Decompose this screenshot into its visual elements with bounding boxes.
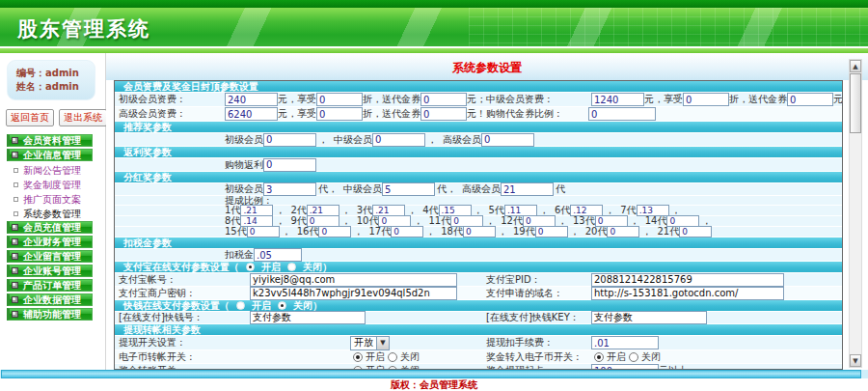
- alipay-key-input[interactable]: [250, 287, 457, 300]
- radio-label: 开启: [366, 350, 385, 364]
- vertical-scrollbar-thumb[interactable]: [850, 73, 861, 133]
- alipay-off-radio[interactable]: [287, 263, 296, 271]
- sidebar-submenu-item-promo[interactable]: 推广页面文案: [0, 192, 105, 207]
- submenu-bullet-icon: [14, 197, 18, 202]
- home-button[interactable]: 返回首页: [6, 109, 54, 126]
- user-name-label: 姓名：: [16, 81, 45, 92]
- bonus-level-input[interactable]: [382, 182, 435, 196]
- kuaiqian-key-input[interactable]: [591, 311, 707, 324]
- user-id-value: admin: [45, 68, 79, 78]
- alipay-on-radio[interactable]: [246, 263, 255, 271]
- sidebar-menu-label: 辅助功能管理: [23, 308, 81, 321]
- field-text: 代，: [437, 182, 456, 196]
- sidebar-menu-item[interactable]: 产品订单管理: [7, 279, 93, 292]
- junior-fee-input[interactable]: [225, 93, 278, 106]
- bonus-level-input[interactable]: [501, 182, 554, 196]
- bonus-to-ecoin-off-radio[interactable]: [629, 352, 638, 362]
- junior-discount-input[interactable]: [316, 93, 363, 106]
- field-label: 购物返利: [225, 158, 263, 172]
- sidebar-menu-item[interactable]: 会员充值管理: [7, 221, 93, 234]
- sidebar-menu-item[interactable]: 企业数据管理: [7, 293, 93, 306]
- field-label: 支付宝帐号：: [119, 273, 250, 287]
- form-row-withdraw2: 电子币转帐开关： 开启 关闭 奖金转入电子币开关： 开启 关闭: [115, 350, 842, 364]
- generation-ratio-input[interactable]: [318, 226, 351, 237]
- kuaiqian-off-radio[interactable]: [278, 301, 286, 310]
- field-text: ，: [641, 225, 651, 238]
- generation-ratio-input[interactable]: [607, 226, 639, 237]
- generation-ratio-input[interactable]: [391, 226, 423, 237]
- menu-cube-icon: [12, 282, 18, 289]
- section-header-alipay: 支付宝在线支付参数设置（ 开启 关闭）: [115, 262, 842, 273]
- withdraw-fee-input[interactable]: [591, 336, 659, 349]
- sidebar-menu-item[interactable]: 企业财务管理: [7, 236, 93, 248]
- senior-discount-input[interactable]: [316, 107, 363, 121]
- alipay-pid-input[interactable]: [591, 273, 784, 287]
- submenu-label: 系统参数管理: [23, 208, 81, 221]
- radio-label: 关闭）: [303, 261, 332, 274]
- field-text: 元，享受: [644, 93, 683, 106]
- recommend-award-input[interactable]: [263, 133, 316, 147]
- field-text: ，: [498, 225, 507, 238]
- senior-fee-input[interactable]: [225, 107, 278, 121]
- kuaiqian-on-radio[interactable]: [236, 301, 245, 310]
- radio-label: 开启: [261, 261, 281, 274]
- sidebar-menu-item[interactable]: 企业信息管理: [7, 149, 93, 161]
- scroll-down-icon[interactable]: ▼: [850, 354, 861, 367]
- voucher-ratio-input[interactable]: [588, 107, 656, 121]
- field-label: 支付宝商户密钥：: [119, 287, 250, 300]
- recommend-award-input[interactable]: [481, 133, 534, 147]
- mid-fee-input[interactable]: [591, 93, 644, 106]
- horizontal-scrollbar-thumb[interactable]: [1, 370, 861, 378]
- sidebar: 编号：admin 姓名：admin 返回首页 退出系统 会员资料管理 企业信息管…: [0, 53, 106, 370]
- bonus-to-ecoin-on-radio[interactable]: [594, 352, 604, 362]
- generation-ratio-input[interactable]: [463, 226, 496, 237]
- exit-button[interactable]: 退出系统: [59, 109, 107, 126]
- mid-voucher-input[interactable]: [787, 93, 833, 106]
- radio-label: 关闭: [400, 350, 420, 364]
- menu-cube-icon: [12, 238, 18, 245]
- sidebar-menu-label: 企业财务管理: [23, 236, 81, 249]
- mid-discount-input[interactable]: [683, 93, 729, 106]
- kuaiqian-account-input[interactable]: [250, 311, 366, 324]
- horizontal-scrollbar[interactable]: [0, 370, 868, 378]
- field-text: 元，享受: [278, 93, 316, 106]
- field-label: 高级会员资费：: [119, 107, 225, 121]
- sidebar-menu-item[interactable]: 企业账号管理: [7, 265, 93, 277]
- field-text: 代: [556, 182, 565, 196]
- sidebar-submenu-item-sysparams[interactable]: 系统参数管理: [0, 207, 105, 221]
- form-row-rebate: 购物返利: [115, 158, 842, 172]
- submenu-label: 奖金制度管理: [23, 179, 81, 192]
- senior-voucher-input[interactable]: [420, 107, 467, 121]
- sidebar-menu-item[interactable]: 会员资料管理: [7, 134, 93, 147]
- field-label: 提现开关设置：: [119, 336, 350, 349]
- menu-cube-icon: [12, 267, 18, 274]
- vertical-scrollbar[interactable]: ▲ ▼: [849, 59, 862, 368]
- alipay-account-input[interactable]: [250, 273, 457, 287]
- field-label: 提现扣手续费：: [486, 336, 591, 349]
- field-text: ，: [570, 225, 580, 238]
- user-name-value: admin: [45, 81, 79, 92]
- scroll-up-icon[interactable]: ▲: [850, 60, 861, 72]
- recommend-award-input[interactable]: [372, 133, 425, 147]
- main-area: 系统参数设置 会员资费及奖金日封顶参数设置 初级会员资费： 元，享受 折，送代金…: [106, 53, 868, 370]
- sidebar-submenu-item-bonus[interactable]: 奖金制度管理: [0, 178, 105, 192]
- generation-label: 18代: [441, 225, 463, 238]
- menu-cube-icon: [12, 152, 18, 158]
- field-label: 中级会员资费：: [486, 93, 591, 106]
- sidebar-submenu-item-news[interactable]: 新闻公告管理: [0, 163, 105, 178]
- ecoin-transfer-on-radio[interactable]: [353, 352, 363, 362]
- sidebar-menu-item[interactable]: 企业留言管理: [7, 250, 93, 263]
- generation-ratio-input[interactable]: [679, 226, 712, 237]
- generation-ratio-input[interactable]: [247, 226, 280, 237]
- field-text: 元！: [467, 107, 486, 121]
- generation-ratio-input[interactable]: [535, 226, 568, 237]
- sidebar-menu-label: 会员资料管理: [23, 134, 81, 148]
- ecoin-transfer-off-radio[interactable]: [388, 352, 397, 362]
- junior-voucher-input[interactable]: [420, 93, 467, 106]
- alipay-domain-input[interactable]: [591, 287, 784, 300]
- page-title: 系统参数设置: [452, 60, 522, 76]
- withdraw-switch-select[interactable]: 开放 ▼: [350, 336, 390, 350]
- shopping-rebate-input[interactable]: [263, 158, 316, 172]
- field-label: 初级会员资费：: [119, 93, 225, 106]
- sidebar-menu-item[interactable]: 辅助功能管理: [7, 308, 93, 321]
